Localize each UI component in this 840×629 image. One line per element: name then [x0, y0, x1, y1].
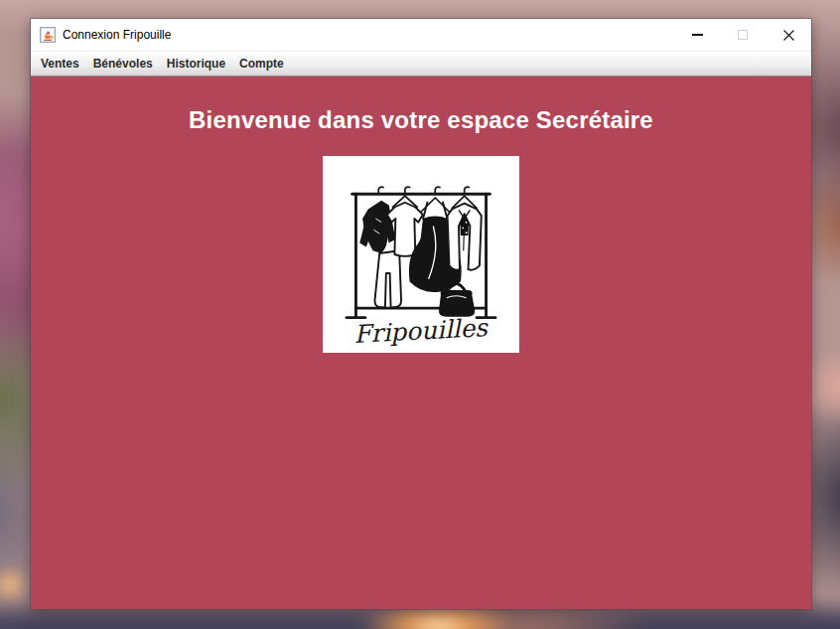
maximize-icon	[738, 30, 748, 40]
maximize-button	[720, 19, 766, 51]
main-content: Bienvenue dans votre espace Secrétaire	[31, 77, 811, 609]
close-button[interactable]	[766, 19, 811, 51]
fripouilles-logo: Fripouilles	[323, 156, 519, 353]
logo-caption: Fripouilles	[353, 313, 490, 349]
java-coffee-cup-icon	[40, 27, 56, 43]
window-controls	[674, 19, 811, 51]
clothing-rack-illustration: Fripouilles	[327, 160, 515, 349]
welcome-heading: Bienvenue dans votre espace Secrétaire	[189, 106, 653, 134]
minimize-icon	[692, 34, 703, 36]
menu-item-ventes[interactable]: Ventes	[34, 53, 86, 75]
close-icon	[782, 29, 795, 42]
menu-item-historique[interactable]: Historique	[160, 53, 232, 75]
menu-item-compte[interactable]: Compte	[232, 53, 291, 75]
menu-item-benevoles[interactable]: Bénévoles	[86, 53, 160, 75]
minimize-button[interactable]	[674, 19, 720, 51]
app-window: Connexion Fripouille Ventes Bénévoles Hi…	[31, 19, 811, 609]
titlebar[interactable]: Connexion Fripouille	[31, 19, 811, 51]
window-title: Connexion Fripouille	[63, 28, 171, 42]
menubar: Ventes Bénévoles Historique Compte	[31, 51, 811, 77]
